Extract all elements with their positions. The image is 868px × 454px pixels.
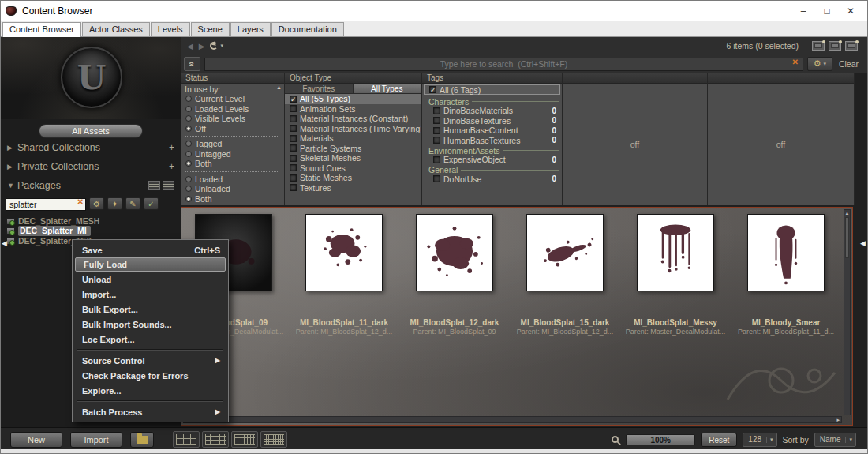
checkbox-animation-sets[interactable]: Animation Sets bbox=[285, 104, 421, 114]
menu-item-bulk-import-sounds[interactable]: Bulk Import Sounds... bbox=[74, 317, 226, 332]
scroll-right-icon[interactable]: ▸ bbox=[836, 417, 840, 423]
menu-item-fully-load[interactable]: Fully Load bbox=[75, 257, 226, 272]
tab-scene[interactable]: Scene bbox=[191, 22, 230, 36]
radio-loaded[interactable]: Loaded bbox=[181, 174, 284, 185]
all-assets-button[interactable]: All Assets bbox=[39, 124, 143, 138]
checkbox-static-meshes[interactable]: Static Meshes bbox=[285, 173, 421, 183]
sidebar-item-private-collections[interactable]: ▶ Private Collections – + bbox=[1, 157, 181, 176]
package-search-input[interactable] bbox=[6, 198, 86, 211]
new-button[interactable]: New bbox=[10, 432, 62, 448]
checkbox-sound-cues[interactable]: Sound Cues bbox=[285, 163, 421, 174]
asset-item[interactable]: MI_BloodSplat_11_dark Parent: MI_BloodSp… bbox=[305, 214, 383, 336]
radio-load-both-selected[interactable]: Both bbox=[181, 194, 284, 204]
minimize-button[interactable]: – bbox=[791, 2, 815, 21]
asset-item[interactable]: MI_BloodSplat_12_dark Parent: MI_BloodSp… bbox=[415, 214, 494, 336]
close-button[interactable]: ✕ bbox=[839, 2, 862, 21]
checkbox-expensiveobject[interactable]: ExpensiveObject0 bbox=[422, 155, 562, 165]
checkbox-all-types[interactable]: ✓All (55 Types) bbox=[285, 94, 421, 104]
back-icon[interactable]: ◀ bbox=[187, 42, 193, 51]
tab-layers[interactable]: Layers bbox=[230, 22, 271, 36]
wrench-icon[interactable]: ⚙ bbox=[89, 197, 104, 210]
sidebar-item-shared-collections[interactable]: ▶ Shared Collections – + bbox=[1, 138, 181, 157]
clear-search-icon[interactable]: ✕ bbox=[792, 58, 799, 66]
asset-thumbnail[interactable] bbox=[305, 214, 383, 291]
checkbox-humanbasetextures[interactable]: HumanBaseTextures0 bbox=[422, 136, 562, 146]
pencil-icon[interactable]: ✎ bbox=[125, 197, 140, 210]
maximize-button[interactable]: □ bbox=[815, 2, 839, 21]
asset-thumbnail[interactable] bbox=[747, 214, 825, 291]
scroll-up-icon[interactable]: ▲ bbox=[845, 211, 850, 216]
menu-item-explore[interactable]: Explore... bbox=[74, 383, 226, 398]
tab-documentation[interactable]: Documentation bbox=[271, 22, 344, 36]
forward-icon[interactable]: ▶ bbox=[199, 42, 205, 51]
collapse-left-panel-icon[interactable]: ◀ bbox=[2, 239, 7, 247]
asset-item[interactable]: MI_BloodSplat_Messy Parent: Master_Decal… bbox=[636, 214, 715, 336]
checkbox-dinobasetextures[interactable]: DinoBaseTextures0 bbox=[422, 116, 562, 126]
radio-off-selected[interactable]: Off bbox=[181, 124, 284, 134]
checkbox-material-instances-constant[interactable]: Material Instances (Constant) bbox=[285, 114, 421, 124]
menu-item-loc-export[interactable]: Loc Export... bbox=[74, 332, 226, 347]
asset-thumbnail[interactable] bbox=[637, 214, 714, 291]
import-button[interactable]: Import bbox=[70, 432, 122, 448]
radio-untagged[interactable]: Untagged bbox=[181, 149, 284, 159]
collapse-right-panel-icon[interactable]: ◀ bbox=[860, 239, 866, 247]
search-options-button[interactable]: ⚙ ▾ bbox=[807, 57, 832, 71]
thumbnail-size-medium-button[interactable] bbox=[202, 431, 229, 448]
list-mode-button[interactable] bbox=[260, 431, 287, 448]
clear-button[interactable]: Clear bbox=[836, 59, 861, 69]
open-folder-button[interactable] bbox=[130, 432, 154, 448]
tab-levels[interactable]: Levels bbox=[151, 22, 190, 36]
checkbox-all-tags[interactable]: ✓All (6 Tags) bbox=[424, 84, 560, 95]
radio-tagged[interactable]: Tagged bbox=[181, 139, 284, 149]
collapse-filters-button[interactable]: « bbox=[184, 57, 200, 71]
asset-item[interactable]: MI_Bloody_Smear Parent: MI_BloodSplat_11… bbox=[746, 214, 825, 336]
checkbox-particle-systems[interactable]: Particle Systems bbox=[285, 144, 421, 154]
thumbnail-size-small-button[interactable] bbox=[231, 431, 258, 448]
checkbox-material-instances-time-varying[interactable]: Material Instances (Time Varying) bbox=[285, 124, 421, 134]
zoom-slider[interactable]: 100% bbox=[626, 434, 695, 445]
menu-item-batch-process[interactable]: Batch Process ▶ bbox=[74, 404, 226, 419]
horizontal-scrollbar[interactable]: ▸ bbox=[183, 416, 842, 423]
refresh-button[interactable]: ▾ bbox=[210, 42, 223, 50]
sidebar-item-packages[interactable]: ▼ Packages bbox=[1, 176, 181, 195]
list-view-icon[interactable] bbox=[148, 181, 160, 190]
add-collection-button[interactable]: + bbox=[169, 161, 174, 172]
check-icon[interactable]: ✓ bbox=[144, 197, 159, 210]
asset-thumbnail[interactable] bbox=[416, 214, 493, 291]
asset-grid-panel[interactable]: MI_BloodSplat_09 Parent: Master_DecalMod… bbox=[181, 207, 853, 426]
package-item[interactable]: DEC_Splatter_MESH bbox=[6, 216, 181, 227]
menu-item-unload[interactable]: Unload bbox=[74, 272, 226, 287]
scroll-up-icon[interactable]: ▲ bbox=[276, 84, 282, 94]
tab-all-types[interactable]: All Types bbox=[354, 84, 422, 94]
tab-content-browser[interactable]: Content Browser bbox=[2, 22, 81, 37]
menu-item-save[interactable]: Save Ctrl+S bbox=[74, 242, 226, 257]
menu-item-bulk-export[interactable]: Bulk Export... bbox=[74, 302, 226, 317]
tab-actor-classes[interactable]: Actor Classes bbox=[82, 22, 150, 36]
checkbox-skeletal-meshes[interactable]: Skeletal Meshes bbox=[285, 153, 421, 163]
tree-view-icon[interactable] bbox=[163, 181, 174, 190]
vertical-scrollbar[interactable]: ▲ bbox=[844, 209, 851, 415]
radio-tag-both-selected[interactable]: Both bbox=[181, 159, 284, 169]
reset-zoom-button[interactable]: Reset bbox=[701, 433, 737, 447]
thumbnail-size-large-button[interactable] bbox=[173, 431, 200, 448]
menu-item-import[interactable]: Import... bbox=[74, 287, 226, 302]
clear-search-icon[interactable]: ✕ bbox=[77, 197, 84, 206]
add-collection-button[interactable]: + bbox=[169, 142, 174, 153]
radio-current-level[interactable]: Current Level bbox=[181, 94, 284, 104]
tab-favorites[interactable]: Favorites bbox=[285, 84, 354, 94]
new-window-icon[interactable] bbox=[829, 41, 841, 51]
thumbnail-size-dropdown[interactable]: 128 ▾ bbox=[743, 433, 776, 447]
checkbox-textures[interactable]: Textures bbox=[285, 183, 421, 193]
menu-item-source-control[interactable]: Source Control ▶ bbox=[74, 353, 226, 368]
radio-loaded-levels[interactable]: Loaded Levels bbox=[181, 104, 284, 114]
remove-collection-button[interactable]: – bbox=[156, 142, 162, 153]
remove-collection-button[interactable]: – bbox=[156, 161, 162, 172]
sort-dropdown[interactable]: Name ▾ bbox=[814, 433, 856, 447]
asset-item[interactable]: MI_BloodSplat_15_dark Parent: MI_BloodSp… bbox=[526, 214, 604, 336]
tag-icon[interactable]: ✦ bbox=[107, 197, 122, 210]
asset-thumbnail[interactable] bbox=[526, 214, 604, 291]
scrollbar-thumb[interactable] bbox=[845, 217, 849, 258]
radio-unloaded[interactable]: Unloaded bbox=[181, 184, 284, 194]
checkbox-materials[interactable]: Materials bbox=[285, 133, 421, 144]
checkbox-humanbasecontent[interactable]: HumanBaseContent0 bbox=[422, 126, 562, 136]
